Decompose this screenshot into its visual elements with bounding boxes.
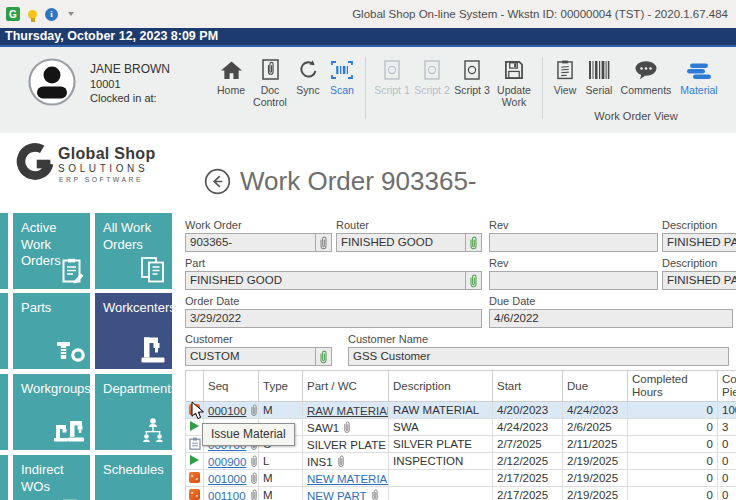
sidebar-item-departments[interactable]: Departments [95, 374, 172, 450]
sync-button[interactable]: Sync [291, 55, 325, 96]
field-label: Description [662, 257, 736, 269]
sidebar-item-workcenters[interactable]: Workcenters [95, 293, 172, 369]
logo-sub: SOLUTIONS [58, 162, 156, 175]
bulb-icon[interactable] [28, 10, 37, 19]
datetime-bar: Thursday, October 12, 2023 8:09 PM [0, 28, 736, 47]
attachment-button[interactable] [465, 234, 481, 251]
logo-tagline: ERP SOFTWARE [58, 175, 156, 184]
part-link[interactable]: NEW PART [307, 490, 367, 500]
col-completed-pieces[interactable]: Co Pie [718, 371, 736, 402]
col-seq[interactable]: Seq [204, 371, 259, 402]
dropdown-caret-icon[interactable] [68, 12, 74, 16]
rev-input[interactable] [489, 233, 658, 252]
customer-input[interactable]: CUSTOM [185, 347, 332, 366]
home-button[interactable]: Home [213, 55, 249, 96]
seq-link[interactable]: 001100 [208, 490, 246, 500]
barcode-icon [588, 55, 610, 80]
rev2-input[interactable] [489, 271, 658, 290]
table-row[interactable]: 000900 L INS1 INSPECTION 2/12/2025 2/19/… [186, 453, 736, 470]
toolbar-separator [542, 57, 543, 119]
col-start[interactable]: Start [493, 371, 563, 402]
description2-input[interactable]: FINISHED PART D [662, 271, 736, 290]
avatar[interactable] [28, 58, 76, 110]
sidebar-item-indirect-wos[interactable]: Indirect WOs [13, 455, 90, 500]
field-label: Description [662, 219, 736, 231]
view-button[interactable]: View [549, 55, 581, 96]
sidebar-item-workgroups[interactable]: Workgroups [13, 374, 90, 450]
due-date-field-group: Due Date 4/6/2022 [489, 295, 733, 328]
tile-partial[interactable] [0, 213, 8, 289]
play-icon[interactable] [190, 455, 199, 465]
toolbar-separator [365, 57, 366, 119]
tile-partial[interactable] [0, 455, 8, 500]
logo-g-icon [14, 142, 54, 186]
field-label: Work Order [185, 219, 332, 231]
back-button[interactable] [204, 168, 231, 195]
order-date-input[interactable]: 3/29/2022 [185, 309, 482, 328]
schedule-icon[interactable] [189, 437, 201, 450]
attachment-button[interactable] [465, 272, 481, 289]
scan-button[interactable]: Scan [325, 55, 359, 96]
description-input[interactable]: FINISHED PART [662, 233, 736, 252]
clipboard-pencil-icon [61, 257, 85, 284]
col-description[interactable]: Description [389, 371, 493, 402]
col-due[interactable]: Due [563, 371, 628, 402]
clipboard-icon [557, 55, 573, 80]
field-label: Customer [185, 333, 332, 345]
script3-button[interactable]: Script 3 [452, 55, 492, 96]
main-toolbar: JANE BROWN 10001 Clocked in at: Home Doc… [0, 47, 736, 133]
rev2-field-group: Rev [489, 257, 658, 290]
company-logo: Global Shop SOLUTIONS ERP SOFTWARE [14, 142, 156, 186]
serial-button[interactable]: Serial [581, 55, 617, 96]
window-title: Global Shop On-line System - Wkstn ID: 0… [352, 8, 728, 20]
rev-field-group: Rev [489, 219, 658, 252]
paperclip-icon[interactable] [250, 455, 258, 468]
col-part-wc[interactable]: Part / WC [303, 371, 389, 402]
user-id: 10001 [90, 78, 121, 90]
material-square-icon[interactable] [189, 489, 200, 500]
paperclip-icon[interactable] [250, 489, 258, 500]
update-work-button[interactable]: Update Work [492, 55, 536, 108]
save-icon [504, 55, 524, 80]
due-date-input[interactable]: 4/6/2022 [489, 309, 733, 328]
info-icon[interactable]: i [45, 8, 58, 21]
app-icon[interactable]: G [6, 7, 20, 21]
table-row[interactable]: 000100 M RAW MATERIAL RAW MATERIAL 4/20/… [186, 402, 736, 419]
clipboards-icon [140, 256, 167, 284]
paperclip-icon[interactable] [343, 421, 351, 434]
router-field-group: Router FINISHED GOOD [336, 219, 482, 252]
sidebar-item-active-work-orders[interactable]: Active Work Orders [13, 213, 90, 289]
router-input[interactable]: FINISHED GOOD [336, 233, 482, 252]
work-order-input[interactable]: 903365- [185, 233, 332, 252]
table-row[interactable]: 001000 M NEW MATERIAL 2/17/2025 2/19/202… [186, 470, 736, 487]
doc-control-button[interactable]: Doc Control [249, 55, 291, 108]
tile-partial[interactable] [0, 293, 8, 369]
part-link[interactable]: NEW MATERIAL [307, 473, 389, 485]
seq-link[interactable]: 000900 [208, 456, 246, 468]
seq-link[interactable]: 001000 [208, 473, 246, 485]
sidebar-item-parts[interactable]: Parts [13, 293, 90, 369]
part-input[interactable]: FINISHED GOOD [185, 271, 482, 290]
sidebar-item-all-work-orders[interactable]: All Work Orders [95, 213, 172, 289]
tooltip: Issue Material [202, 423, 295, 446]
page-title: Work Order 903365- [240, 166, 477, 197]
paperclip-icon[interactable] [250, 404, 258, 417]
material-button[interactable]: Material [675, 55, 723, 96]
description-field-group: Description FINISHED PART [662, 219, 736, 252]
attachment-button[interactable] [315, 234, 331, 251]
col-type[interactable]: Type [259, 371, 303, 402]
seq-link[interactable]: 000100 [208, 405, 246, 417]
table-row[interactable]: 001100 M NEW PART 2/17/2025 2/19/2025 0 … [186, 487, 736, 500]
sidebar-item-schedules[interactable]: Schedules [95, 455, 172, 500]
paperclip-icon[interactable] [250, 472, 258, 485]
paperclip-icon[interactable] [371, 489, 379, 500]
material-square-icon[interactable] [189, 472, 200, 483]
paperclip-icon[interactable] [337, 455, 345, 468]
col-completed-hours[interactable]: Completed Hours [628, 371, 718, 402]
comments-button[interactable]: Comments [617, 55, 675, 96]
customer-name-input[interactable]: GSS Customer [348, 347, 729, 366]
tile-partial[interactable] [0, 374, 8, 450]
field-label: Rev [489, 219, 658, 231]
attachment-button[interactable] [315, 348, 331, 365]
part-link[interactable]: RAW MATERIAL [307, 405, 389, 417]
